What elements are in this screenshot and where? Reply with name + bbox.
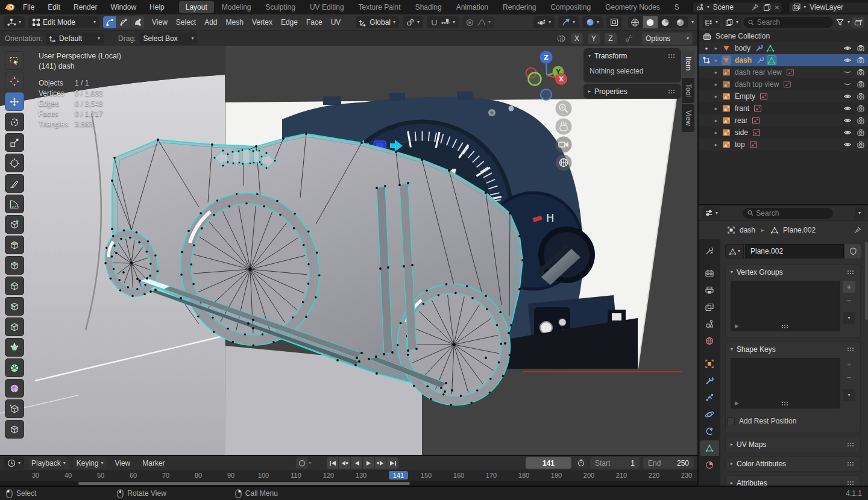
next-keyframe-button[interactable] — [375, 457, 386, 469]
wireframe-shading-button[interactable] — [628, 16, 643, 28]
camera-visibility-icon[interactable] — [856, 80, 866, 89]
camera-visibility-icon[interactable] — [856, 92, 866, 101]
drag-handle-icon[interactable] — [847, 347, 855, 352]
rendered-shading-button[interactable] — [673, 16, 688, 28]
outliner-editor-type-button[interactable]: ▾ — [702, 16, 720, 28]
tab-scripting[interactable]: S — [668, 1, 686, 13]
tab-sculpting[interactable]: Sculpting — [259, 1, 302, 13]
outliner-row-frant[interactable]: ▸ frant — [699, 102, 868, 114]
options-dropdown[interactable]: Options ▾ — [642, 33, 693, 45]
menu-file[interactable]: File — [17, 1, 40, 13]
remove-shape-key-button[interactable]: − — [843, 371, 855, 383]
menu-vertex[interactable]: Vertex — [248, 16, 277, 28]
list-expand-icon[interactable]: ▶ — [735, 400, 739, 406]
rip-region-tool[interactable] — [5, 420, 24, 439]
tab-constraint-properties[interactable] — [700, 423, 719, 439]
camera-visibility-icon[interactable] — [856, 104, 866, 113]
outliner-row-dash-top-view[interactable]: ▸ dash top view — [699, 78, 868, 90]
camera-visibility-icon[interactable] — [856, 67, 866, 77]
outliner-row-dash-rear-view[interactable]: ▸ dash rear view — [699, 66, 868, 78]
scene-selector[interactable]: ▾ Scene ✕ — [692, 2, 782, 13]
timeline-scrollbar[interactable] — [0, 481, 697, 486]
eye-icon[interactable] — [843, 104, 852, 113]
camera-visibility-icon[interactable] — [856, 55, 866, 65]
viewport-3d[interactable]: 4 5 6 H — [0, 46, 697, 455]
spin-tool[interactable] — [5, 358, 24, 377]
blender-logo-icon[interactable] — [4, 1, 16, 13]
outliner-row-empty[interactable]: ▸ Empty — [699, 90, 868, 102]
new-scene-icon[interactable] — [763, 2, 772, 12]
search-input[interactable] — [756, 209, 828, 217]
outliner-row-body[interactable]: ● ▸ body — [699, 42, 868, 54]
id-type-button[interactable]: ▾ — [725, 244, 744, 258]
orientation-setting-dropdown[interactable]: Default ▾ — [46, 33, 104, 45]
outliner-row-dash[interactable]: ▸ dash — [699, 54, 868, 66]
tab-animation[interactable]: Animation — [450, 1, 495, 13]
shape-keys-header[interactable]: ▾ Shape Keys — [726, 342, 860, 357]
drag-handle-icon[interactable] — [668, 54, 676, 58]
menu-edit[interactable]: Edit — [42, 1, 66, 13]
unlink-scene-icon[interactable]: ✕ — [775, 4, 779, 11]
current-frame-indicator[interactable]: 141 — [389, 471, 408, 480]
pin-icon[interactable] — [750, 2, 760, 12]
menu-select[interactable]: Select — [172, 16, 200, 28]
face-select-button[interactable] — [131, 16, 144, 28]
bevel-tool[interactable] — [5, 277, 24, 295]
poly-build-tool[interactable] — [5, 338, 24, 357]
tab-viewlayer-properties[interactable] — [700, 299, 719, 315]
timeline-view-menu[interactable]: View — [110, 457, 134, 469]
viewlayer-selector[interactable]: ▾ ViewLayer ✕ — [788, 2, 868, 13]
tab-compositing[interactable]: Compositing — [544, 1, 597, 13]
expand-chevron-icon[interactable]: ▸ — [712, 117, 720, 123]
expand-chevron-icon[interactable]: ▸ — [712, 69, 720, 75]
play-reverse-button[interactable] — [351, 457, 362, 469]
menu-add[interactable]: Add — [200, 16, 221, 28]
outliner-search[interactable] — [743, 17, 833, 28]
menu-uv[interactable]: UV — [327, 16, 345, 28]
eye-icon[interactable] — [843, 43, 852, 53]
eye-icon[interactable] — [843, 116, 852, 125]
tab-texture-paint[interactable]: Texture Paint — [352, 1, 407, 13]
outliner-row-scene-collection[interactable]: Scene Collection — [699, 30, 868, 42]
tab-material-properties[interactable] — [700, 457, 719, 473]
menu-face[interactable]: Face — [302, 16, 327, 28]
properties-options-button[interactable]: ▾ — [855, 207, 864, 219]
list-resize-handle[interactable] — [781, 401, 790, 406]
add-vertex-group-button[interactable]: + — [843, 281, 855, 293]
menu-mesh[interactable]: Mesh — [222, 16, 248, 28]
eye-icon[interactable] — [843, 92, 852, 101]
eye-icon[interactable] — [843, 55, 852, 65]
use-preview-range-button[interactable] — [575, 457, 587, 469]
timeline-ruler[interactable]: 30 40 50 60 70 80 90 100 110 120 130 141… — [0, 470, 697, 486]
tab-object-properties[interactable] — [700, 356, 719, 372]
tab-physics-properties[interactable] — [700, 407, 719, 422]
attributes-header[interactable]: ▾ Attributes — [726, 476, 860, 486]
drag-handle-icon[interactable] — [847, 461, 855, 466]
tab-view[interactable]: View — [682, 104, 694, 132]
vertex-group-specials-button[interactable]: ▾ — [843, 312, 855, 324]
transform-tool[interactable] — [5, 154, 24, 172]
overlays-dropdown[interactable]: ▾ — [582, 16, 603, 28]
edge-select-button[interactable] — [117, 16, 130, 28]
expand-chevron-icon[interactable]: ▸ — [712, 93, 720, 99]
extrude-region-tool[interactable] — [5, 236, 24, 254]
timeline-marker-menu[interactable]: Marker — [138, 457, 169, 469]
drag-handle-icon[interactable] — [668, 89, 676, 94]
vertex-groups-list[interactable]: ▶ — [731, 281, 840, 331]
drag-handle-icon[interactable] — [847, 481, 855, 486]
camera-view-button[interactable] — [556, 137, 572, 153]
drag-handle-icon[interactable] — [847, 270, 855, 275]
rotate-tool[interactable] — [5, 113, 24, 131]
jump-to-end-button[interactable] — [387, 457, 398, 469]
edge-slide-tool[interactable] — [5, 399, 24, 418]
search-input[interactable] — [757, 18, 828, 27]
inset-faces-tool[interactable] — [5, 256, 24, 275]
visibility-dropdown[interactable]: ▾ — [533, 16, 555, 28]
tab-particle-properties[interactable] — [700, 390, 719, 405]
expand-chevron-icon[interactable]: ▸ — [712, 57, 720, 63]
pivot-point-dropdown[interactable]: ▾ — [403, 16, 423, 28]
solid-shading-button[interactable] — [643, 16, 658, 28]
shape-key-specials-button[interactable]: ▾ — [843, 389, 855, 401]
expand-chevron-icon[interactable]: ▸ — [712, 142, 720, 148]
eye-closed-icon[interactable] — [843, 67, 852, 77]
